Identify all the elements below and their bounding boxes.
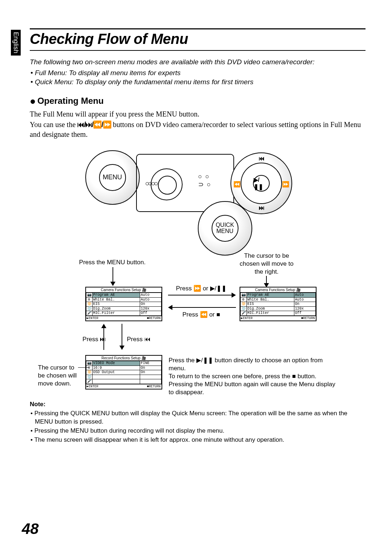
quick-menu-l2: MENU — [216, 228, 233, 234]
navpad-up-icon: ⏮ — [259, 155, 265, 162]
caption-press-menu: Press the MENU button. — [74, 258, 151, 266]
quick-menu-button-illustration: QUICK MENU — [198, 201, 252, 256]
caption-press-back: Press ⏪ or ■ — [167, 311, 236, 319]
menu-screen-camera-2: Camera Functions Setup 🎥📷Program AEAuto⚙… — [240, 287, 317, 321]
menu-button-label: MENU — [103, 174, 122, 181]
intro-item-2: Quick Menu: To display only the fundamen… — [30, 77, 366, 87]
intro-text: The following two on-screen menu modes a… — [30, 57, 366, 67]
section-heading: ●Operating Menu — [30, 95, 366, 107]
caption-press-prev: Press ⏮ — [127, 335, 156, 343]
navpad-center: ▶/❚❚ — [253, 175, 270, 192]
menu-screen-camera-1: Camera Functions Setup 🎥📷Program AEAuto⚙… — [85, 287, 162, 321]
caption-press-next: Press ⏭ — [77, 335, 106, 343]
intro-item-1: Full Menu: To display all menu items for… — [30, 68, 366, 78]
menu-screen-record: Record Functions Setup 🎥📷VIDEO ModeFINE⚙… — [85, 355, 162, 389]
note-heading: Note: — [30, 400, 366, 409]
arrow-left — [172, 307, 236, 308]
page-title: Checking Flow of Menu — [30, 31, 366, 47]
camera-dots-icon: ○ ○⊃ ○ — [198, 173, 212, 188]
page-number: 48 — [22, 520, 39, 538]
arrow-down-r — [266, 276, 267, 283]
instruction-paragraph: Press the ▶/❚❚ button directly to choose… — [169, 356, 339, 396]
navpad-left-icon: ⏪ — [233, 181, 241, 188]
section-heading-text: Operating Menu — [37, 96, 104, 106]
menu-button-illustration: MENU — [85, 150, 140, 205]
navpad-down-icon: ⏭ — [259, 205, 265, 211]
nav-symbols: ⏮/⏭/⏪/⏩ — [77, 121, 111, 128]
note-item-1: Pressing the QUICK MENU button will disp… — [30, 409, 366, 426]
note-item-2: Pressing the MENU button during recordin… — [30, 427, 366, 435]
caption-press-fwd: Press ⏩ or ▶/❚❚ — [167, 285, 236, 293]
p2a: You can use the — [30, 121, 77, 128]
caption-cursor-right: The cursor to be chosen will move to the… — [230, 252, 303, 276]
arrow-down-1 — [113, 267, 113, 282]
page-content: Checking Flow of Menu The following two … — [30, 28, 366, 445]
note-block: Note: Pressing the QUICK MENU button wil… — [30, 400, 366, 444]
section-p2: You can use the ⏮/⏭/⏪/⏩ buttons on DVD v… — [30, 120, 366, 139]
arrow-right — [168, 295, 232, 295]
quick-menu-l1: QUICK — [216, 222, 234, 228]
language-tab: English — [11, 30, 21, 56]
section-p1: The Full Menu will appear if you press t… — [30, 109, 366, 119]
intro-list: Full Menu: To display all menu items for… — [30, 68, 366, 87]
leader-line — [78, 367, 89, 368]
note-item-3: The menu screen will disappear when it i… — [30, 436, 366, 444]
navpad-right-icon: ⏩ — [282, 181, 289, 188]
flow-diagram: MENU ○ ○⊃ ○ ○○○○ ▶/❚❚ ⏮ ⏭ ⏪ ⏩ QUICK MENU — [38, 150, 358, 392]
navpad-illustration: ▶/❚❚ ⏮ ⏭ ⏪ ⏩ — [230, 152, 292, 214]
camera-rings-icon: ○○○○ — [145, 179, 157, 188]
arrow-down-2 — [122, 324, 122, 346]
